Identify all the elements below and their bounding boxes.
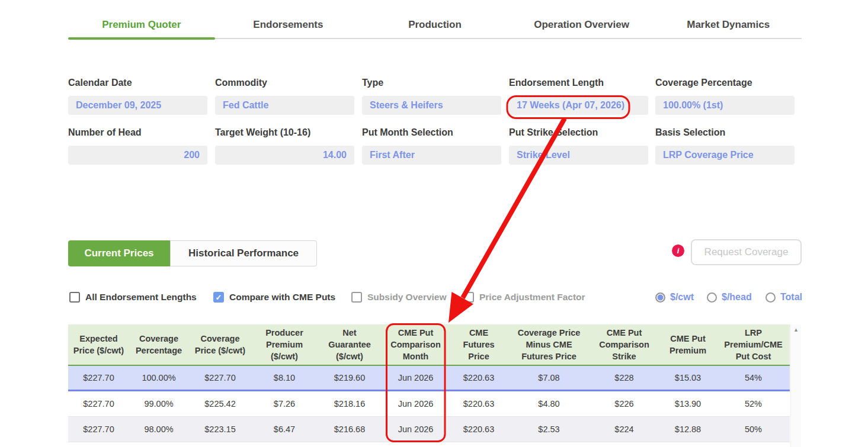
field-group-put-month-selection: Put Month Selection First After: [362, 127, 501, 165]
checkbox-label: All Endorsement Lengths: [85, 292, 197, 303]
type-field[interactable]: Steers & Heifers: [362, 96, 501, 115]
cell-expected-price: $227.70: [68, 417, 129, 442]
endorsement-length-field[interactable]: 17 Weeks (Apr 07, 2026): [509, 96, 648, 115]
cell-net-guarantee: $219.60: [317, 366, 382, 390]
table-row[interactable]: $227.70 98.00% $223.15 $6.47 $216.68 Jun…: [68, 417, 790, 442]
cell-coverage-percentage: 99.00%: [129, 391, 188, 416]
col-producer-premium: Producer Premium ($/cwt): [252, 324, 317, 365]
checkbox-unchecked-icon: [351, 292, 362, 303]
checkbox-all-endorsement-lengths[interactable]: All Endorsement Lengths: [69, 291, 197, 303]
put-strike-selection-label: Put Strike Selection: [509, 127, 648, 138]
checkbox-subsidy-overview[interactable]: Subsidy Overview: [351, 291, 447, 303]
field-group-put-strike-selection: Put Strike Selection Strike Level: [509, 127, 648, 165]
cell-cme-put-month: Jun 2026: [382, 366, 449, 390]
tab-market-dynamics[interactable]: Market Dynamics: [655, 12, 802, 38]
cell-coverage-price: $223.15: [188, 417, 252, 442]
col-cme-futures-price: CME Futures Price: [449, 324, 508, 365]
put-month-selection-field[interactable]: First After: [362, 146, 501, 165]
cell-cme-put-premium: $13.90: [659, 391, 717, 416]
tab-production[interactable]: Production: [361, 12, 508, 38]
tab-bar: Premium Quoter Endorsements Production O…: [68, 12, 802, 39]
field-group-number-of-head: Number of Head 200: [68, 127, 207, 165]
col-cme-put-comparison-month: CME Put Comparison Month: [382, 324, 449, 365]
field-group-commodity: Commodity Fed Cattle: [215, 78, 354, 115]
cell-cme-put-premium: $12.88: [659, 417, 717, 442]
cell-cme-put-premium: $15.03: [659, 366, 717, 390]
col-net-guarantee: Net Guarantee ($/cwt): [317, 324, 382, 365]
col-coverage-minus-cme-futures: Coverage Price Minus CME Futures Price: [508, 324, 590, 365]
radio-icon: [765, 292, 776, 303]
cell-cme-put-month: Jun 2026: [382, 417, 449, 442]
commodity-field[interactable]: Fed Cattle: [215, 96, 354, 115]
cell-coverage-price: $225.42: [188, 391, 252, 416]
endorsement-length-label: Endorsement Length: [509, 78, 648, 88]
put-month-selection-label: Put Month Selection: [362, 127, 501, 138]
tab-endorsements[interactable]: Endorsements: [215, 12, 362, 38]
cell-producer-premium: $6.47: [252, 417, 317, 442]
col-expected-price: Expected Price ($/cwt): [68, 324, 129, 365]
checkbox-price-adjustment-factor[interactable]: Price Adjustment Factor: [463, 291, 585, 303]
tab-operation-overview[interactable]: Operation Overview: [508, 12, 655, 38]
radio-label: Total: [780, 292, 802, 303]
table-row[interactable]: $227.70 100.00% $227.70 $8.10 $219.60 Ju…: [68, 366, 790, 391]
cell-cme-futures-price: $220.63: [449, 366, 508, 390]
table-row[interactable]: $227.70 99.00% $225.42 $7.26 $218.16 Jun…: [68, 391, 790, 417]
checkbox-label: Compare with CME Puts: [229, 292, 335, 303]
put-strike-selection-field[interactable]: Strike Level: [509, 146, 648, 165]
radio-selected-icon: [655, 292, 665, 303]
basis-selection-field[interactable]: LRP Coverage Price: [655, 146, 795, 165]
radio-per-head[interactable]: $/head: [707, 291, 752, 303]
table-scrollbar[interactable]: ▲: [790, 324, 801, 447]
col-cme-put-comparison-strike: CME Put Comparison Strike: [590, 324, 659, 365]
cell-lrp-cme-ratio: 52%: [717, 391, 790, 416]
cell-producer-premium: $7.26: [252, 391, 317, 416]
checkbox-compare-with-cme-puts[interactable]: ✓ Compare with CME Puts: [213, 291, 335, 303]
radio-total[interactable]: Total: [765, 291, 802, 303]
col-lrp-premium-cme-put-cost: LRP Premium/CME Put Cost: [717, 324, 790, 365]
basis-selection-label: Basis Selection: [655, 127, 795, 138]
historical-performance-button[interactable]: Historical Performance: [170, 240, 317, 266]
number-of-head-field[interactable]: 200: [68, 146, 207, 165]
table-header-row: Expected Price ($/cwt) Coverage Percenta…: [68, 324, 790, 366]
scroll-up-icon[interactable]: ▲: [791, 324, 801, 335]
cell-coverage-minus-futures: $2.53: [508, 417, 590, 442]
calendar-date-label: Calendar Date: [68, 78, 207, 88]
radio-label: $/cwt: [670, 292, 694, 303]
field-group-type: Type Steers & Heifers: [362, 78, 501, 115]
cell-expected-price: $227.70: [68, 391, 129, 416]
radio-per-cwt[interactable]: $/cwt: [655, 291, 694, 303]
field-group-coverage-percentage: Coverage Percentage 100.00% (1st): [655, 78, 795, 115]
cell-lrp-cme-ratio: 54%: [717, 366, 790, 390]
checkbox-label: Price Adjustment Factor: [479, 292, 585, 303]
target-weight-field[interactable]: 14.00: [215, 146, 354, 165]
radio-label: $/head: [722, 292, 752, 303]
field-group-target-weight: Target Weight (10-16) 14.00: [215, 127, 354, 165]
cell-coverage-percentage: 98.00%: [129, 417, 188, 442]
field-group-basis-selection: Basis Selection LRP Coverage Price: [655, 127, 795, 165]
cell-net-guarantee: $218.16: [317, 391, 382, 416]
checkbox-unchecked-icon: [463, 292, 474, 303]
cell-coverage-percentage: 100.00%: [129, 366, 188, 390]
cell-net-guarantee: $216.68: [317, 417, 382, 442]
quote-table: Expected Price ($/cwt) Coverage Percenta…: [68, 324, 790, 442]
cell-lrp-cme-ratio: 50%: [717, 417, 790, 442]
premium-quoter-page: Premium Quoter Endorsements Production O…: [0, 0, 868, 447]
calendar-date-field[interactable]: December 09, 2025: [68, 96, 207, 115]
cell-expected-price: $227.70: [68, 366, 129, 390]
field-group-calendar-date: Calendar Date December 09, 2025: [68, 78, 207, 115]
checkbox-label: Subsidy Overview: [367, 292, 447, 303]
cell-coverage-minus-futures: $4.80: [508, 391, 590, 416]
checkbox-checked-icon: ✓: [213, 292, 224, 303]
coverage-percentage-field[interactable]: 100.00% (1st): [655, 96, 795, 115]
cell-coverage-price: $227.70: [188, 366, 252, 390]
col-cme-put-premium: CME Put Premium: [659, 324, 717, 365]
info-icon[interactable]: i: [672, 245, 684, 257]
request-coverage-button[interactable]: Request Coverage: [691, 239, 802, 265]
commodity-label: Commodity: [215, 78, 354, 88]
col-coverage-percentage: Coverage Percentage: [129, 324, 188, 365]
current-prices-button[interactable]: Current Prices: [68, 240, 170, 266]
type-label: Type: [362, 78, 501, 88]
tab-premium-quoter[interactable]: Premium Quoter: [68, 12, 215, 38]
number-of-head-label: Number of Head: [68, 127, 207, 138]
col-coverage-price: Coverage Price ($/cwt): [188, 324, 252, 365]
